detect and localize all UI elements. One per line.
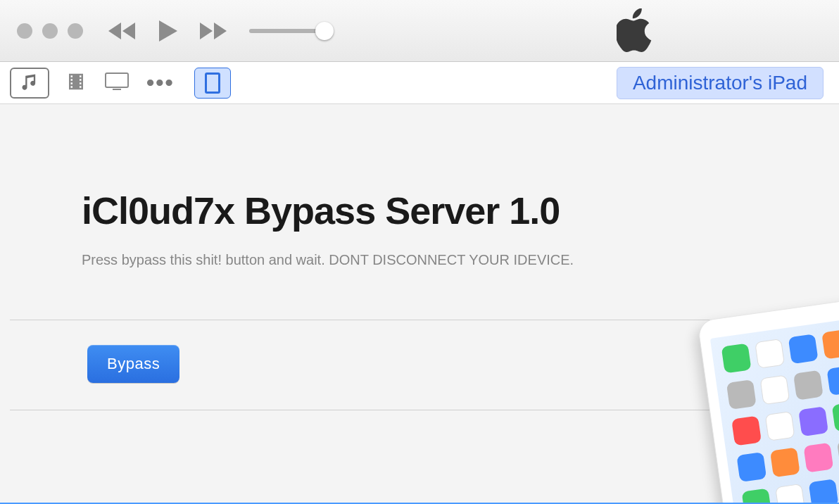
rewind-icon[interactable] [107,20,139,42]
app-icon [736,452,767,482]
fastforward-icon[interactable] [197,20,229,42]
connected-device-button[interactable] [194,68,231,99]
ipad-icon [205,73,220,94]
playback-controls [107,19,229,43]
app-icon [809,479,839,504]
close-dot[interactable] [17,23,32,39]
app-icon [742,489,772,504]
minimize-dot[interactable] [42,23,58,39]
more-libraries-button[interactable]: ••• [144,70,177,96]
app-icon [755,339,785,369]
bypass-button-label: Bypass [107,355,160,372]
film-icon [65,71,87,95]
window-titlebar [0,0,839,62]
app-icon [731,416,762,446]
tv-icon [105,73,129,94]
play-icon[interactable] [158,19,179,43]
app-icon [788,334,819,364]
device-name-label: Administrator's iPad [633,72,807,94]
bypass-button[interactable]: Bypass [87,345,179,383]
app-icon [726,379,757,410]
zoom-dot[interactable] [68,23,83,39]
main-content: iCl0ud7x Bypass Server 1.0 Press bypass … [0,104,839,504]
app-icon [765,411,795,441]
app-icon [826,365,839,396]
app-icon [832,402,839,432]
ipad-illustration [697,298,839,504]
movies-library-button[interactable] [62,71,90,95]
page-title: iCl0ud7x Bypass Server 1.0 [82,189,839,232]
ipad-screen [710,318,839,504]
device-name-pill[interactable]: Administrator's iPad [617,67,824,99]
app-icon [721,344,752,374]
music-library-button[interactable] [10,68,49,99]
window-traffic-lights [17,23,83,39]
page-subtitle: Press bypass this shit! button and wait.… [82,252,839,268]
apple-logo-icon [617,8,653,52]
app-icon [775,484,805,504]
svg-rect-1 [113,89,121,90]
app-icon [798,406,828,436]
svg-rect-0 [106,73,128,87]
tv-library-button[interactable] [103,73,131,94]
app-icon [759,374,790,405]
app-icon [793,370,824,401]
music-icon [20,72,39,94]
volume-slider[interactable] [249,29,327,33]
app-icon [821,329,839,360]
volume-thumb[interactable] [315,22,334,40]
app-icon [770,447,800,477]
ellipsis-icon: ••• [146,70,175,95]
library-selector-row: ••• Administrator's iPad [0,62,839,104]
volume-track[interactable] [249,29,327,33]
app-icon [803,443,833,473]
